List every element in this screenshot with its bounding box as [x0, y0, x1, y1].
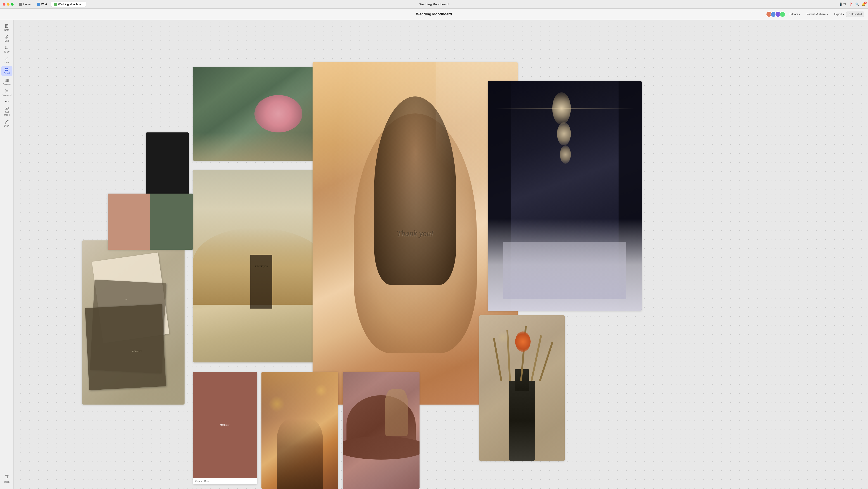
color-hex: #975D4F: [220, 424, 230, 426]
sidebar-item-todo[interactable]: To-do: [1, 45, 12, 54]
unsorted-badge: 0 Unsorted: [846, 11, 864, 17]
add-image-icon: [5, 107, 9, 111]
svg-point-20: [5, 101, 6, 102]
link-label: Link: [4, 39, 9, 42]
wedding-tab-icon: [54, 3, 57, 6]
comment-icon: [5, 89, 9, 93]
swatch-sage-green: [150, 194, 193, 250]
image-thank-you-desert[interactable]: Thank you: [193, 170, 330, 363]
publish-chevron-icon: ▾: [827, 13, 828, 16]
title-bar: Home Work Wedding Moodboard Wedding Mood…: [0, 0, 868, 9]
sidebar-item-line[interactable]: Line: [1, 55, 12, 65]
editors-button[interactable]: Editors ▾: [787, 11, 802, 17]
image-stationery[interactable]: With love ✦ ✦: [82, 240, 184, 405]
minimize-button[interactable]: [7, 3, 9, 6]
tab-work[interactable]: Work: [34, 2, 50, 7]
todo-label: To-do: [4, 51, 9, 53]
maximize-button[interactable]: [11, 3, 13, 6]
sidebar-item-column[interactable]: Column: [1, 77, 12, 87]
add-image-label: Add image: [3, 111, 11, 116]
svg-rect-4: [5, 47, 6, 47]
svg-line-8: [5, 57, 8, 60]
swatch-dark[interactable]: [146, 133, 189, 198]
comment-label: Comment: [2, 94, 11, 96]
tab-wedding-label: Wedding Moodboard: [58, 3, 83, 6]
sidebar-item-comment[interactable]: Comment: [1, 88, 12, 98]
svg-line-27: [7, 121, 8, 121]
sidebar-item-note[interactable]: Note: [1, 23, 12, 33]
image-florals[interactable]: [261, 372, 338, 489]
note-icon: [5, 24, 9, 28]
device-count: 21: [843, 3, 846, 6]
export-label: Export: [834, 13, 842, 16]
home-tab-icon: [19, 3, 22, 6]
sidebar: Note Link To-do: [0, 20, 13, 489]
svg-rect-6: [5, 48, 6, 49]
image-hat[interactable]: [343, 372, 420, 489]
title-bar-right: 📱 21 ❓ 🔍 🔔 2: [839, 2, 865, 6]
svg-rect-13: [5, 79, 6, 82]
close-button[interactable]: [3, 3, 5, 6]
more-icon: [5, 100, 9, 103]
window-title: Wedding Moodboard: [419, 2, 448, 6]
svg-rect-12: [7, 70, 8, 71]
svg-rect-11: [5, 70, 6, 71]
export-button[interactable]: Export ▾: [832, 11, 847, 17]
sidebar-item-link[interactable]: Link: [1, 33, 12, 44]
tab-work-label: Work: [41, 3, 48, 6]
image-groom-boutonniere[interactable]: [193, 67, 330, 161]
toolbar: Wedding Moodboard Editors ▾ Publish & sh…: [0, 9, 868, 20]
svg-point-22: [8, 101, 8, 102]
swatch-duo[interactable]: [107, 194, 193, 250]
board-label: Board: [4, 72, 10, 75]
avatar-4: [780, 11, 785, 17]
tab-home-label: Home: [23, 3, 31, 6]
swatch-dusty-pink: [107, 194, 150, 250]
help-icon[interactable]: ❓: [849, 2, 852, 6]
note-label: Note: [4, 29, 9, 31]
publish-share-button[interactable]: Publish & share ▾: [804, 11, 830, 17]
work-tab-icon: [37, 3, 40, 6]
svg-point-21: [6, 101, 7, 102]
color-name-label: Copper Rust: [193, 478, 257, 484]
trash-icon: [4, 474, 9, 480]
board-icon: [5, 67, 9, 71]
toolbar-title: Wedding Moodboard: [416, 12, 452, 16]
line-icon: [5, 57, 9, 61]
image-venue[interactable]: [488, 81, 642, 311]
editors-chevron-icon: ▾: [799, 13, 800, 16]
tab-home[interactable]: Home: [16, 2, 33, 7]
tab-wedding[interactable]: Wedding Moodboard: [51, 2, 86, 7]
svg-rect-16: [5, 90, 6, 93]
sidebar-item-draw[interactable]: Draw: [1, 118, 12, 128]
export-chevron-icon: ▾: [843, 13, 844, 16]
column-label: Column: [3, 83, 10, 86]
notification-icon[interactable]: 🔔 2: [862, 2, 865, 6]
sidebar-item-more[interactable]: [1, 99, 12, 104]
color-card-copper-rust[interactable]: #975D4F Copper Rust: [193, 372, 257, 484]
link-icon: [5, 35, 9, 39]
canvas[interactable]: Thank you Thank you!: [13, 20, 868, 489]
svg-rect-15: [7, 79, 8, 82]
column-icon: [5, 78, 9, 82]
avatar-group: [766, 11, 785, 17]
notification-badge: 2: [864, 2, 867, 4]
sidebar-item-add-image[interactable]: Add image: [1, 105, 12, 117]
svg-rect-14: [6, 79, 7, 82]
draw-icon: [5, 120, 9, 124]
device-icon[interactable]: 📱 21: [839, 2, 846, 6]
trash-label: Trash: [4, 481, 9, 483]
publish-share-label: Publish & share: [807, 13, 826, 16]
sidebar-item-board[interactable]: Board: [1, 66, 12, 76]
editors-label: Editors: [789, 13, 798, 16]
sidebar-item-trash[interactable]: Trash: [1, 473, 12, 485]
svg-rect-10: [7, 68, 8, 69]
line-label: Line: [4, 61, 9, 64]
search-icon[interactable]: 🔍: [855, 2, 859, 6]
traffic-lights: [3, 3, 13, 6]
main-area: Note Link To-do: [0, 20, 868, 489]
todo-icon: [5, 46, 9, 50]
image-dried-flowers[interactable]: [479, 315, 565, 461]
tab-bar: Home Work Wedding Moodboard: [16, 2, 86, 7]
svg-rect-9: [5, 68, 6, 69]
